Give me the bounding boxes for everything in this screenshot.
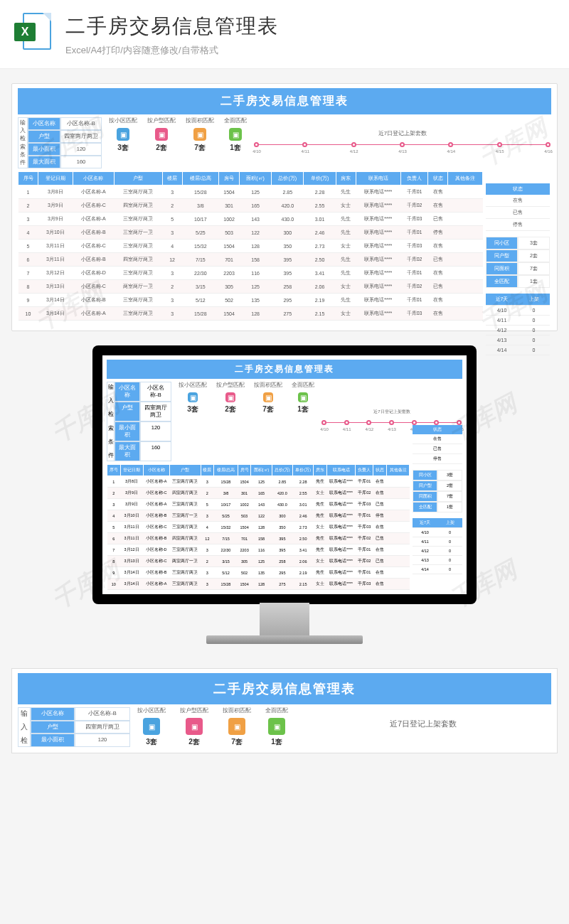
- cell: 在售: [428, 199, 448, 213]
- column-header[interactable]: 楼层: [201, 465, 214, 476]
- cell: 先生: [336, 267, 356, 280]
- cell: 8: [18, 280, 38, 294]
- table-row[interactable]: 103月14日小区名称-A三室两厅两卫315/2815041282752.15女…: [107, 579, 410, 590]
- table-row[interactable]: 83月13日小区名称-C两室两厅一卫23/153051252582.06女士联系…: [107, 556, 410, 567]
- column-header[interactable]: 房号: [238, 465, 251, 476]
- table-row[interactable]: 43月10日小区名称-B三室两厅一卫35/255031223002.46先生联系…: [107, 510, 410, 522]
- filter-value[interactable]: 四室两厅两卫: [60, 130, 102, 143]
- cell: 先生: [314, 510, 327, 522]
- cell: 联系电话****: [326, 499, 355, 510]
- filter-value[interactable]: 小区名称-B: [60, 117, 102, 130]
- column-header[interactable]: 联系电话: [326, 465, 355, 476]
- column-header[interactable]: 序号: [107, 465, 121, 476]
- column-header[interactable]: 序号: [18, 172, 38, 186]
- cell: 千库02: [356, 488, 373, 499]
- cell: 7/15: [182, 253, 219, 267]
- cell: 301: [238, 488, 251, 499]
- cell: 4: [18, 226, 38, 240]
- cell: 1: [18, 186, 38, 199]
- table-row[interactable]: 83月13日小区名称-C两室两厅一卫23/153051252582.06女士联系…: [18, 280, 483, 294]
- table-row[interactable]: 13月8日小区名称-A三室两厅两卫315/2815041252.852.28先生…: [18, 186, 483, 199]
- table-row[interactable]: 63月11日小区名称-B四室两厅两卫127/157011583952.50先生联…: [107, 533, 410, 544]
- cell: 2.19: [304, 294, 336, 307]
- stat-label: 按户型匹配: [180, 707, 208, 714]
- column-header[interactable]: 单价(万): [304, 172, 336, 186]
- cell: 小区名称-B: [73, 253, 114, 267]
- table-row[interactable]: 73月12日小区名称-D三室两厅两卫322/3022031163953.41先生…: [107, 544, 410, 556]
- filter-value[interactable]: 160: [140, 441, 171, 461]
- table-row[interactable]: 73月12日小区名称-D三室两厅两卫322/3022031163953.41先生…: [18, 267, 483, 280]
- table-row[interactable]: 53月11日小区名称-C三室两厅两卫415/3215041283502.73女士…: [18, 240, 483, 253]
- table-row[interactable]: 103月14日小区名称-A三室两厅两卫315/2815041282752.15女…: [18, 307, 483, 321]
- filter-value[interactable]: 小区名称-B: [75, 707, 130, 721]
- table-row[interactable]: 33月9日小区名称-A三室两厅两卫510/171002143430.03.01先…: [107, 499, 410, 510]
- cell: 在售: [373, 476, 387, 488]
- table-row[interactable]: 43月10日小区名称-B三室两厅一卫35/255031223002.46先生联系…: [18, 226, 483, 240]
- chart-tick: [344, 420, 349, 425]
- table-row[interactable]: 53月11日小区名称-C三室两厅两卫415/3215041283502.73女士…: [107, 522, 410, 533]
- column-header[interactable]: 楼层/总高: [182, 172, 219, 186]
- column-header[interactable]: 面积(㎡): [239, 172, 271, 186]
- cell: 3月8日: [38, 186, 73, 199]
- filter-value[interactable]: 120: [60, 143, 102, 156]
- column-header[interactable]: 负责人: [400, 172, 427, 186]
- stat-value: 7套: [262, 404, 274, 414]
- title-block: 二手房交易信息管理表 Excel/A4打印/内容随意修改/自带格式: [65, 13, 279, 57]
- cell: 2.28: [293, 476, 314, 488]
- match-stat: 按小区匹配▣3套: [133, 707, 170, 747]
- chart-tick: [412, 420, 417, 425]
- column-header[interactable]: 面积(㎡): [251, 465, 272, 476]
- excel-file-icon: X: [14, 13, 53, 51]
- column-header[interactable]: 状态: [428, 172, 448, 186]
- column-header[interactable]: 总价(万): [272, 172, 304, 186]
- column-header[interactable]: 房东: [336, 172, 356, 186]
- match-summary: 同小区3套同户型2套同面积7套全匹配1套: [486, 237, 550, 288]
- cell: 3月12日: [120, 544, 143, 556]
- filter-value[interactable]: 四室两厅两卫: [75, 721, 130, 734]
- chart-axis: 4/104/114/124/134/144/154/16: [257, 144, 548, 157]
- column-header[interactable]: 楼层/总高: [214, 465, 238, 476]
- filter-value[interactable]: 小区名称-B: [140, 382, 171, 402]
- table-row[interactable]: 23月9日小区名称-C四室两厅两卫23/8301165420.02.55女士联系…: [107, 488, 410, 499]
- table-row[interactable]: 23月9日小区名称-C四室两厅两卫23/8301165420.02.55女士联系…: [18, 199, 483, 213]
- cell: 3: [162, 267, 182, 280]
- cell: 小区名称-A: [73, 213, 114, 226]
- column-header[interactable]: 小区名称: [143, 465, 169, 476]
- table-row[interactable]: 93月14日小区名称-B三室两厅两卫35/125021352952.19先生联系…: [18, 294, 483, 307]
- column-header[interactable]: 房号: [219, 172, 240, 186]
- column-header[interactable]: 单价(万): [293, 465, 314, 476]
- table-row[interactable]: 33月9日小区名称-A三室两厅两卫510/171002143430.03.01先…: [18, 213, 483, 226]
- filter-value[interactable]: 120: [75, 734, 130, 747]
- column-header[interactable]: 楼层: [162, 172, 182, 186]
- column-header[interactable]: 总价(万): [272, 465, 292, 476]
- column-header[interactable]: 小区名称: [73, 172, 114, 186]
- table-row[interactable]: 63月11日小区名称-B四室两厅两卫127/157011583952.50先生联…: [18, 253, 483, 267]
- column-header[interactable]: 状态: [373, 465, 387, 476]
- cell: 3月14日: [120, 567, 143, 579]
- column-header[interactable]: 负责人: [356, 465, 373, 476]
- stat-value: 3套: [187, 404, 198, 414]
- cell: [387, 522, 410, 533]
- cell: 128: [239, 307, 271, 321]
- column-header[interactable]: 登记日期: [38, 172, 73, 186]
- filter-value[interactable]: 160: [60, 156, 102, 168]
- table-row[interactable]: 13月8日小区名称-A三室两厅两卫315/2815041252.852.28先生…: [107, 476, 410, 488]
- filter-value[interactable]: 四室两厅两卫: [140, 402, 171, 421]
- table-row[interactable]: 93月14日小区名称-B三室两厅两卫35/125021352952.19先生联系…: [107, 567, 410, 579]
- column-header[interactable]: 登记日期: [120, 465, 143, 476]
- cell: 千库03: [400, 307, 427, 321]
- column-header[interactable]: 房东: [314, 465, 327, 476]
- page-header: X 二手房交易信息管理表 Excel/A4打印/内容随意修改/自带格式: [0, 0, 569, 69]
- column-header[interactable]: 联系电话: [356, 172, 400, 186]
- cell: 女士: [336, 240, 356, 253]
- cell: 305: [238, 556, 251, 567]
- column-header[interactable]: 户型: [114, 172, 162, 186]
- cell: 701: [238, 533, 251, 544]
- column-header[interactable]: 其他备注: [387, 465, 410, 476]
- stat-value: 3套: [117, 143, 129, 153]
- column-header[interactable]: 户型: [169, 465, 201, 476]
- column-header[interactable]: 其他备注: [448, 172, 483, 186]
- filter-grid: 小区名称小区名称-B户型四室两厅两卫最小面积120: [31, 707, 130, 747]
- filter-value[interactable]: 120: [140, 421, 171, 441]
- cell: [448, 294, 483, 307]
